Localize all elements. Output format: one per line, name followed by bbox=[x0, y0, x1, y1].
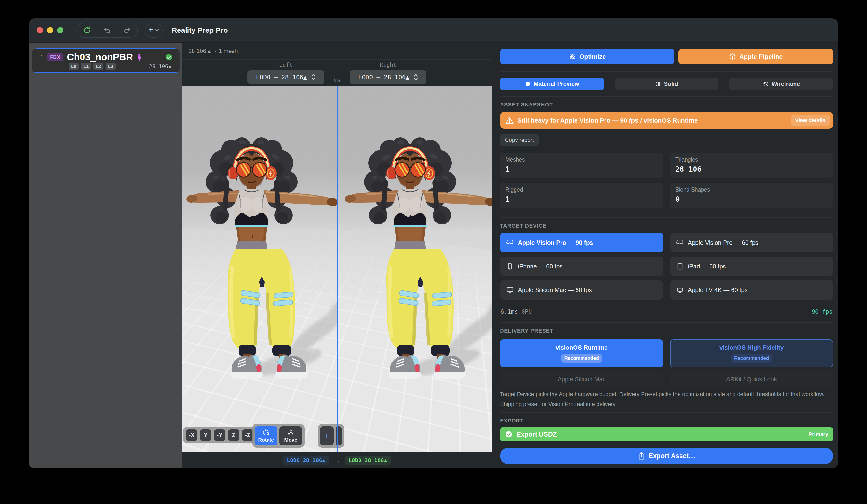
mac-icon bbox=[506, 286, 514, 293]
viewport-column: 28 106▲ · 1 mesh Left LOD0 — 28 106▲ vs … bbox=[182, 43, 492, 468]
recommended-badge: Recommended bbox=[731, 354, 772, 363]
lod-select-right[interactable]: LOD0 — 28 106▲ bbox=[350, 71, 427, 84]
target-device-heading: TARGET DEVICE bbox=[500, 223, 833, 229]
zoom-window-button[interactable] bbox=[57, 27, 63, 33]
add-asset-button[interactable]: + bbox=[144, 23, 162, 38]
undo-button[interactable] bbox=[103, 26, 111, 35]
compare-left-label: Left bbox=[279, 62, 292, 68]
refresh-icon bbox=[83, 26, 92, 35]
zoom-tool-group: + bbox=[318, 424, 344, 448]
device-vision-pro-90[interactable]: Apple Vision Pro — 90 fps bbox=[500, 233, 663, 252]
device-apple-tv[interactable]: Apple TV 4K — 60 fps bbox=[670, 280, 833, 300]
axis-button-y[interactable]: Y bbox=[200, 429, 211, 441]
preset-visionos-runtime[interactable]: visionOS Runtime Recommended bbox=[500, 339, 663, 367]
stepper-icon bbox=[414, 74, 418, 81]
move-tool-button[interactable]: Move bbox=[279, 426, 302, 445]
stat-card-rigged: Rigged 1 bbox=[500, 183, 663, 208]
stepper-icon bbox=[311, 74, 316, 81]
iphone-icon bbox=[506, 262, 514, 270]
share-icon bbox=[638, 452, 645, 460]
transform-tool-group: Rotate Move bbox=[252, 424, 304, 448]
status-lod-to: LOD0 28 106▲ bbox=[345, 455, 391, 465]
move-icon bbox=[287, 429, 295, 436]
device-apple-silicon-mac[interactable]: Apple Silicon Mac — 60 fps bbox=[500, 280, 663, 300]
lod-badge-l1: L1 bbox=[81, 63, 91, 70]
asset-warning-banner: Still heavy for Apple Vision Pro — 90 fp… bbox=[500, 112, 833, 129]
gpu-time: 6.1ms bbox=[501, 308, 518, 315]
character-render-left bbox=[186, 137, 358, 380]
traffic-lights bbox=[37, 27, 63, 33]
target-device-grid: Apple Vision Pro — 90 fps Apple Vision P… bbox=[500, 233, 833, 300]
apple-tv-icon bbox=[676, 286, 684, 293]
chevron-down-icon bbox=[155, 29, 159, 32]
status-lod-from: LOD0 28 106▲ bbox=[283, 455, 329, 465]
view-mode-material-preview[interactable]: Material Preview bbox=[500, 78, 604, 90]
asset-name: Ch03_nonPBR bbox=[67, 52, 133, 63]
asset-list-item[interactable]: 1 FBX Ch03_nonPBR L0 L1 L2 L3 28 106▲ bbox=[32, 49, 180, 73]
secondary-view-button[interactable] bbox=[335, 426, 342, 445]
asset-index: 1 bbox=[40, 54, 44, 61]
apple-pipeline-button[interactable]: Apple Pipeline bbox=[678, 49, 833, 64]
view-mode-solid[interactable]: Solid bbox=[615, 78, 719, 90]
viewport-status-bar: LOD0 28 106▲ → LOD0 28 106▲ bbox=[182, 452, 492, 468]
axis-button-negx[interactable]: -X bbox=[186, 429, 197, 441]
warning-text: Still heavy for Apple Vision Pro — 90 fp… bbox=[517, 117, 698, 124]
export-usdz-button[interactable]: Export USDZ Primary bbox=[500, 427, 833, 441]
minimize-window-button[interactable] bbox=[47, 27, 53, 33]
recommended-badge: Recommended bbox=[561, 354, 602, 363]
ipad-icon bbox=[676, 262, 684, 270]
window-title: Reality Prep Pro bbox=[172, 26, 228, 34]
export-asset-button[interactable]: Export Asset… bbox=[500, 448, 833, 464]
rotate-tool-button[interactable]: Rotate bbox=[255, 426, 277, 445]
vision-pro-icon bbox=[506, 239, 514, 246]
lod-badge-l3: L3 bbox=[106, 63, 116, 70]
wireframe-icon bbox=[762, 81, 769, 87]
preset-apple-silicon-mac[interactable]: Apple Silicon Mac bbox=[500, 371, 663, 387]
asset-snapshot-heading: ASSET SNAPSHOT bbox=[500, 101, 833, 108]
lod-select-left[interactable]: LOD0 — 28 106▲ bbox=[247, 71, 324, 84]
gpu-status-row: 6.1ms GPU 90 fps bbox=[501, 308, 833, 315]
title-bar: + Reality Prep Pro bbox=[29, 18, 838, 43]
preset-arkit-quick-look[interactable]: ARKit / Quick Look bbox=[670, 371, 833, 387]
lod-badge-l0: L0 bbox=[69, 63, 79, 70]
app-window: + Reality Prep Pro 1 FBX Ch03_nonPBR bbox=[29, 18, 838, 469]
redo-button[interactable] bbox=[123, 26, 131, 35]
axis-button-negz[interactable]: -Z bbox=[242, 429, 253, 441]
close-window-button[interactable] bbox=[37, 27, 43, 33]
plus-icon: + bbox=[148, 25, 153, 34]
redo-icon bbox=[123, 26, 131, 35]
stat-card-blend-shapes: Blend Shapes 0 bbox=[670, 183, 833, 208]
delivery-preset-grid: visionOS Runtime Recommended visionOS Hi… bbox=[500, 339, 833, 387]
refresh-button[interactable] bbox=[83, 26, 92, 35]
export-heading: EXPORT bbox=[500, 418, 833, 424]
compare-split-divider[interactable] bbox=[337, 86, 338, 452]
asset-sidebar: 1 FBX Ch03_nonPBR L0 L1 L2 L3 28 106▲ bbox=[29, 43, 182, 468]
compare-controls: Left LOD0 — 28 106▲ vs Right LOD0 — 28 1… bbox=[182, 60, 492, 86]
copy-report-button[interactable]: Copy report bbox=[500, 135, 539, 146]
check-circle-icon bbox=[505, 430, 513, 438]
add-view-button[interactable]: + bbox=[320, 426, 334, 445]
view-details-button[interactable]: View details bbox=[791, 115, 830, 126]
compare-vs-label: vs bbox=[334, 77, 341, 84]
preset-visionos-high-fidelity[interactable]: visionOS High Fidelity Recommended bbox=[670, 339, 833, 367]
delivery-preset-heading: DELIVERY PRESET bbox=[500, 328, 833, 334]
inspector-panel: Optimize Apple Pipeline Material Preview… bbox=[492, 43, 838, 468]
view-mode-wireframe[interactable]: Wireframe bbox=[729, 78, 833, 90]
selection-line-top bbox=[32, 49, 180, 49]
device-iphone[interactable]: iPhone — 60 fps bbox=[500, 257, 663, 276]
vision-pro-icon bbox=[676, 239, 684, 246]
fps-readout: 90 fps bbox=[812, 308, 833, 315]
optimize-button[interactable]: Optimize bbox=[500, 49, 674, 64]
lod-badge-l2: L2 bbox=[93, 63, 103, 70]
stat-card-meshes: Meshes 1 bbox=[500, 153, 663, 178]
summary-separator-dot: · bbox=[214, 47, 216, 54]
viewport-canvas[interactable]: -X Y -Y Z -Z Rotate Move bbox=[182, 86, 492, 452]
device-vision-pro-60[interactable]: Apple Vision Pro — 60 fps bbox=[670, 233, 833, 252]
axis-button-negy[interactable]: -Y bbox=[214, 429, 225, 441]
cube-icon bbox=[729, 53, 736, 60]
asset-ready-check-icon bbox=[165, 54, 172, 61]
device-ipad[interactable]: iPad — 60 fps bbox=[670, 257, 833, 276]
sliders-icon bbox=[569, 53, 576, 60]
viewport-triangle-count: 28 106▲ bbox=[189, 47, 212, 54]
axis-button-z[interactable]: Z bbox=[228, 429, 239, 441]
